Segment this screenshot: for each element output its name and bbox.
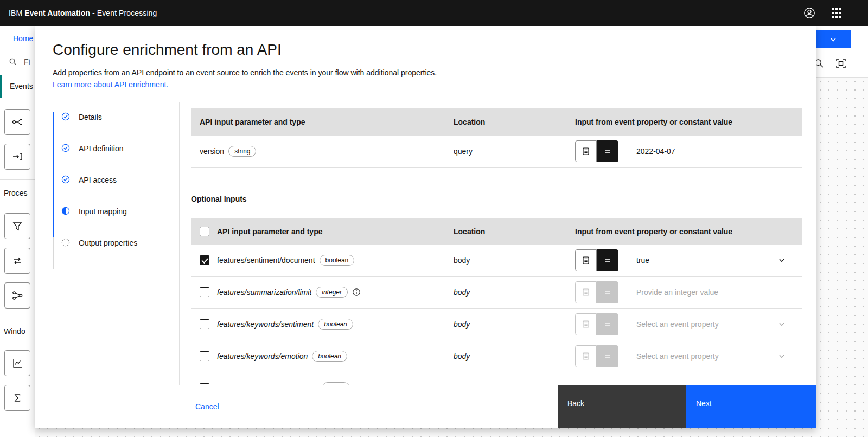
step-output-properties[interactable]: Output properties: [53, 237, 172, 269]
type-tag: boolean: [318, 319, 353, 330]
learn-more-link[interactable]: Learn more about API enrichment.: [53, 79, 168, 90]
transform-node-item[interactable]: [4, 248, 30, 274]
constant-value-icon: [603, 352, 612, 361]
chevron-down-icon: [829, 36, 837, 43]
tab-events[interactable]: Events: [0, 75, 37, 98]
dropdown-placeholder: Select an event property: [636, 320, 719, 329]
constant-value-mode-button[interactable]: [597, 140, 618, 162]
search-icon: [9, 57, 17, 66]
step-input-mapping[interactable]: Input mapping: [53, 206, 172, 237]
breadcrumb-home[interactable]: Home: [13, 34, 33, 43]
table-row: version string query: [191, 136, 802, 168]
destination-node-icon: [11, 150, 24, 163]
event-property-mode-button[interactable]: [575, 140, 597, 162]
canvas-toolbar: [816, 26, 868, 78]
palette-search[interactable]: Fi: [9, 57, 30, 66]
palette-section-windowed[interactable]: Windo: [0, 318, 35, 344]
location-value: body: [454, 288, 470, 297]
table-row: features/keywords/emotion boolean body: [191, 340, 802, 372]
fit-to-screen-icon[interactable]: [835, 58, 846, 69]
configure-enrichment-dialog: Configure enrichment from an API Add pro…: [35, 26, 816, 428]
window-chart-node-item[interactable]: [4, 350, 30, 376]
location-value: body: [454, 256, 470, 265]
parameter-name: version: [200, 147, 224, 156]
cancel-button[interactable]: Cancel: [195, 385, 219, 428]
dropdown-placeholder: Select an event property: [636, 352, 719, 361]
tab-events-label: Events: [10, 82, 33, 91]
section-divider: [191, 175, 802, 175]
step-complete-icon: [61, 112, 70, 121]
column-header-parameter: API input parameter and type: [217, 227, 322, 236]
parameter-name: features/keywords/sentiment: [217, 320, 314, 329]
constant-value-input[interactable]: [636, 147, 785, 156]
constant-value-dropdown[interactable]: true: [628, 249, 794, 271]
palette-section-windowed-label: Windo: [4, 327, 25, 336]
back-button[interactable]: Back: [558, 385, 686, 428]
table-row: features/keywords/sentiment boolean body: [191, 309, 802, 340]
join-node-icon: [11, 289, 24, 302]
row-checkbox[interactable]: [200, 287, 209, 297]
location-value: body: [454, 320, 470, 329]
parameter-name: features/keywords/emotion: [217, 352, 308, 361]
constant-value-mode-button[interactable]: [597, 249, 618, 271]
palette-section-processors[interactable]: Proces: [0, 179, 35, 206]
optional-inputs-title: Optional Inputs: [191, 195, 802, 203]
join-node-item[interactable]: [4, 282, 30, 309]
aggregate-node-item[interactable]: [4, 385, 30, 411]
constant-value-field[interactable]: [628, 140, 794, 162]
row-checkbox[interactable]: [200, 319, 209, 329]
constant-value-icon: [603, 288, 612, 297]
column-header-location: Location: [445, 227, 566, 236]
event-property-icon: [582, 320, 590, 329]
brand-prefix: IBM: [9, 9, 22, 17]
event-property-dropdown-disabled: Select an event property: [628, 313, 794, 335]
next-button[interactable]: Next: [686, 385, 816, 428]
step-api-definition[interactable]: API definition: [53, 143, 172, 175]
event-property-mode-button: [575, 313, 597, 335]
input-mapping-content: API input parameter and type Location In…: [191, 108, 802, 385]
dropdown-selected-value: true: [636, 256, 649, 265]
row-checkbox[interactable]: [200, 351, 209, 361]
constant-value-icon: [603, 320, 612, 329]
step-label: API access: [79, 175, 117, 185]
chevron-down-icon: [778, 353, 785, 359]
event-property-mode-button: [575, 281, 597, 303]
step-label: Details: [79, 112, 102, 122]
table-row: features/sentiment/document boolean body: [191, 245, 802, 277]
step-details[interactable]: Details: [53, 112, 172, 143]
column-header-input: Input from event property or constant va…: [566, 227, 802, 236]
step-api-access[interactable]: Input mapping API access: [53, 175, 172, 206]
input-mode-switcher-disabled: [575, 281, 619, 303]
column-header-parameter: API input parameter and type: [191, 118, 445, 126]
transform-node-icon: [11, 254, 24, 267]
info-icon[interactable]: [352, 288, 361, 297]
user-avatar-button[interactable]: [796, 0, 822, 26]
brand-suffix: - Event Processing: [92, 9, 157, 17]
dialog-title: Configure enrichment from an API: [53, 40, 282, 60]
row-checkbox[interactable]: [200, 255, 209, 265]
optional-table-header: API input parameter and type Location In…: [191, 218, 802, 245]
table-row: features/summarization/limit integer bod…: [191, 277, 802, 309]
app-switcher-button[interactable]: [824, 0, 850, 26]
constant-value-field-disabled: [628, 281, 794, 303]
run-flow-dropdown-button[interactable]: [816, 30, 851, 48]
event-property-mode-button[interactable]: [575, 249, 597, 271]
app-brand: IBM Event Automation - Event Processing: [9, 9, 157, 17]
location-value: query: [454, 147, 473, 156]
source-node-icon: [11, 115, 24, 128]
source-node-item[interactable]: [4, 109, 30, 135]
filter-node-item[interactable]: [4, 213, 30, 239]
constant-value-mode-button: [597, 345, 618, 367]
input-mode-switcher-disabled: [575, 313, 619, 335]
constant-value-input: [636, 288, 785, 297]
destination-node-item[interactable]: [4, 144, 30, 170]
user-avatar-icon: [803, 7, 815, 19]
app-switcher-icon: [832, 8, 841, 18]
select-all-checkbox[interactable]: [200, 227, 209, 236]
palette-search-text: Fi: [24, 57, 30, 66]
filter-node-icon: [11, 220, 24, 233]
palette-section-processors-label: Proces: [4, 189, 28, 197]
constant-value-mode-button: [597, 313, 618, 335]
type-tag: integer: [316, 287, 348, 298]
event-property-icon: [582, 256, 590, 265]
